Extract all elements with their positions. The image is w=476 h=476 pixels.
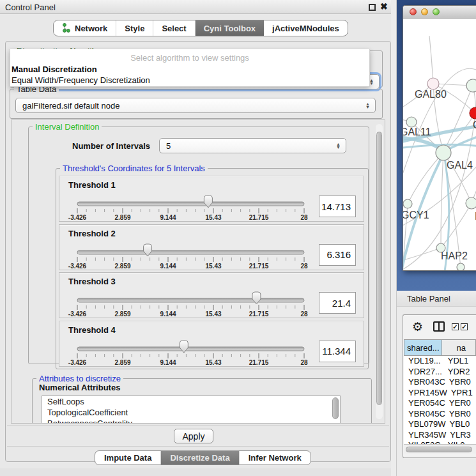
mac-zoom-icon[interactable] bbox=[433, 8, 440, 15]
cell-shared-name[interactable]: YPR145W bbox=[404, 388, 447, 399]
svg-text:21.715: 21.715 bbox=[249, 311, 269, 318]
network-node-bottom-partial[interactable] bbox=[457, 263, 464, 270]
tab-discretize-data[interactable]: Discretize Data bbox=[161, 451, 239, 464]
network-edge[interactable] bbox=[429, 36, 433, 84]
apply-button[interactable]: Apply bbox=[174, 429, 213, 443]
network-window-titlebar[interactable] bbox=[403, 6, 476, 19]
scrollbar-thumb[interactable] bbox=[406, 447, 472, 452]
table-horizontal-scrollbar[interactable] bbox=[404, 444, 476, 454]
cell-name[interactable]: YLR3 bbox=[446, 430, 476, 441]
svg-text:-3.426: -3.426 bbox=[68, 359, 87, 366]
columns-icon[interactable] bbox=[433, 321, 445, 332]
node-label-red-node: C bbox=[473, 119, 476, 130]
network-node-GAL4[interactable] bbox=[436, 145, 451, 160]
settings-vertical-scrollbar[interactable] bbox=[376, 124, 383, 419]
network-view-window[interactable]: GAL80GCGAL11GAL4GCY1HHAP2 bbox=[403, 5, 476, 271]
attribute-item[interactable]: BetweennessCentrality bbox=[42, 418, 340, 424]
separator bbox=[7, 425, 389, 426]
cell-name[interactable]: YBL0 bbox=[446, 419, 476, 430]
number-of-intervals-select[interactable]: 5 ▲▼ bbox=[159, 138, 346, 153]
numerical-attributes-list[interactable]: SelfLoopsTopologicalCoefficientBetweenne… bbox=[42, 395, 341, 424]
column-header-shared-name[interactable]: shared... bbox=[404, 339, 442, 356]
threshold-value-field[interactable]: 14.713 bbox=[319, 196, 356, 217]
algorithm-dropdown-popup: Select algorithm to view settings Manual… bbox=[10, 49, 370, 87]
cell-name[interactable]: YPR1 bbox=[447, 388, 476, 399]
cell-name[interactable]: YBR0 bbox=[445, 377, 476, 388]
float-window-icon[interactable] bbox=[369, 4, 376, 11]
slider-track[interactable] bbox=[77, 347, 304, 351]
checkbox-icon[interactable]: ✓ bbox=[452, 323, 459, 330]
threshold-panel: Threshold 2-3.4262.8599.14415.4321.71528… bbox=[59, 224, 364, 270]
cell-name[interactable]: YER0 bbox=[445, 398, 476, 409]
column-header-name[interactable]: na bbox=[442, 339, 476, 356]
cell-shared-name[interactable]: YBR045C bbox=[404, 409, 445, 420]
gear-icon[interactable]: ⚙ bbox=[412, 321, 423, 333]
network-node-H-partial[interactable] bbox=[466, 197, 476, 209]
table-data-select[interactable]: galFiltered.sif default node ▲▼ bbox=[15, 98, 376, 113]
cell-shared-name[interactable]: YBL079W bbox=[404, 419, 446, 430]
attribute-item[interactable]: TopologicalCoefficient bbox=[42, 407, 340, 418]
tab-network[interactable]: Network bbox=[54, 20, 116, 36]
tab-select[interactable]: Select bbox=[153, 20, 195, 36]
tab-jactivemnodules[interactable]: jActiveMNodules bbox=[264, 20, 348, 36]
network-node-GCY1[interactable] bbox=[403, 199, 412, 208]
panel-title: Control Panel bbox=[5, 3, 56, 12]
bottom-tab-bar: Impute DataDiscretize DataInfer Network bbox=[95, 450, 311, 465]
cell-name[interactable]: YDL1 bbox=[444, 356, 476, 367]
control-panel: Control Panel ✖ NetworkStyleSelectCyni T… bbox=[0, 0, 391, 468]
mac-close-icon[interactable] bbox=[410, 8, 417, 15]
panel-splitter[interactable] bbox=[391, 0, 397, 476]
table-row[interactable]: YDL19...YDL1 bbox=[404, 356, 476, 367]
cyni-toolbox-panel: Discretization Algorithm ▲▼ Select algor… bbox=[5, 41, 391, 462]
scrollbar-thumb[interactable] bbox=[376, 132, 382, 405]
table-row[interactable]: YDR27...YDR2 bbox=[404, 367, 476, 378]
svg-text:9.144: 9.144 bbox=[160, 214, 176, 221]
attribute-item[interactable]: SelfLoops bbox=[42, 396, 340, 407]
slider-track[interactable] bbox=[77, 250, 304, 254]
tab-cyni-toolbox[interactable]: Cyni Toolbox bbox=[196, 20, 264, 36]
table-row[interactable]: YBR045CYBR0 bbox=[404, 409, 476, 420]
svg-text:28: 28 bbox=[300, 263, 308, 270]
spinner-arrows-icon: ▲▼ bbox=[369, 79, 374, 85]
algorithm-option[interactable]: Manual Discretization bbox=[12, 65, 97, 74]
table-row[interactable]: YBL079WYBL0 bbox=[404, 419, 476, 430]
network-node-G-partial[interactable] bbox=[466, 79, 476, 92]
tab-infer-network[interactable]: Infer Network bbox=[240, 451, 311, 464]
network-edge[interactable] bbox=[403, 137, 442, 150]
table-row[interactable]: YBR043CYBR0 bbox=[404, 377, 476, 388]
network-edge[interactable] bbox=[443, 86, 473, 153]
network-edge[interactable] bbox=[441, 203, 472, 248]
threshold-panel: Threshold 3-3.4262.8599.14415.4321.71528… bbox=[59, 272, 364, 318]
svg-text:9.144: 9.144 bbox=[160, 263, 176, 270]
threshold-value-field[interactable]: 6.316 bbox=[319, 244, 356, 266]
svg-text:2.859: 2.859 bbox=[114, 263, 130, 270]
network-node-GAL80[interactable] bbox=[427, 78, 439, 89]
cell-shared-name[interactable]: YDR27... bbox=[404, 367, 444, 378]
table-row[interactable]: YLR345WYLR3 bbox=[404, 430, 476, 441]
checkbox-icon[interactable]: ✓ bbox=[461, 323, 468, 330]
mac-minimize-icon[interactable] bbox=[421, 8, 428, 15]
network-graph: GAL80GCGAL11GAL4GCY1HHAP2 bbox=[403, 19, 476, 270]
attributes-list-scrollbar[interactable] bbox=[332, 397, 339, 419]
table-panel-title: Table Panel bbox=[407, 294, 450, 303]
table-row[interactable]: YER054CYER0 bbox=[404, 398, 476, 409]
cell-shared-name[interactable]: YBR043C bbox=[404, 377, 445, 388]
cell-shared-name[interactable]: YLR345W bbox=[404, 430, 446, 441]
interval-definition-group: Interval Definition Number of Intervals … bbox=[28, 127, 369, 364]
network-canvas[interactable]: GAL80GCGAL11GAL4GCY1HHAP2 bbox=[403, 19, 476, 270]
threshold-panel: Threshold 4-3.4262.8599.14415.4321.71528… bbox=[59, 321, 364, 367]
tab-style[interactable]: Style bbox=[116, 20, 153, 36]
network-node-GAL11[interactable] bbox=[406, 117, 417, 127]
close-icon[interactable]: ✖ bbox=[380, 1, 388, 12]
algorithm-option[interactable]: Equal Width/Frequency Discretization bbox=[12, 75, 150, 85]
slider-track[interactable] bbox=[77, 298, 304, 302]
table-row[interactable]: YPR145WYPR1 bbox=[404, 388, 476, 399]
cell-name[interactable]: YBR0 bbox=[445, 409, 476, 420]
cell-name[interactable]: YDR2 bbox=[444, 367, 476, 378]
threshold-value-field[interactable]: 11.344 bbox=[319, 341, 356, 362]
threshold-value-field[interactable]: 21.4 bbox=[319, 292, 356, 314]
cell-shared-name[interactable]: YDL19... bbox=[404, 356, 444, 367]
slider-track[interactable] bbox=[77, 202, 304, 206]
tab-impute-data[interactable]: Impute Data bbox=[95, 451, 161, 464]
cell-shared-name[interactable]: YER054C bbox=[404, 398, 445, 409]
